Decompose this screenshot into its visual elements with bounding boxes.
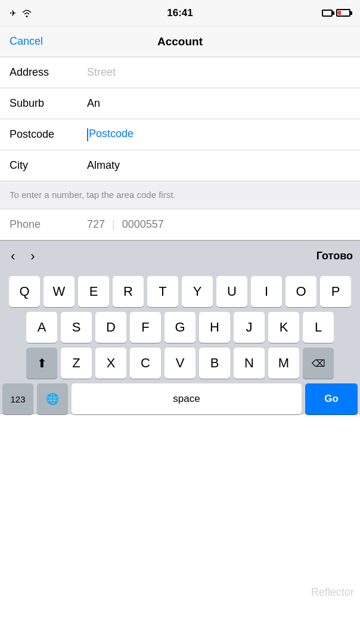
phone-separator: | <box>105 218 122 231</box>
keyboard-toolbar: ‹ › Готово <box>0 240 360 271</box>
key-k[interactable]: K <box>268 312 299 343</box>
key-j[interactable]: J <box>234 312 265 343</box>
shift-key[interactable]: ⬆ <box>26 348 57 379</box>
key-x[interactable]: X <box>95 348 126 379</box>
key-i[interactable]: I <box>251 276 282 307</box>
go-key[interactable]: Go <box>305 383 358 414</box>
key-w[interactable]: W <box>44 276 75 307</box>
form-container: Address Street Suburb An Postcode Postco… <box>0 57 360 181</box>
key-a[interactable]: A <box>26 312 57 343</box>
numbers-key[interactable]: 123 <box>2 383 33 414</box>
status-bar: ✈ 16:41 <box>0 0 360 26</box>
cancel-button[interactable]: Cancel <box>10 35 43 48</box>
key-e[interactable]: E <box>78 276 109 307</box>
page-title: Account <box>157 35 203 48</box>
key-f[interactable]: F <box>130 312 161 343</box>
postcode-row[interactable]: Postcode Postcode <box>0 119 360 150</box>
phone-row[interactable]: Phone 727 | 0000557 <box>0 209 360 240</box>
suburb-label: Suburb <box>10 97 87 110</box>
key-s[interactable]: S <box>61 312 92 343</box>
suburb-row[interactable]: Suburb An <box>0 88 360 119</box>
globe-key[interactable]: 🌐 <box>37 383 68 414</box>
backspace-key[interactable]: ⌫ <box>303 348 334 379</box>
key-l[interactable]: L <box>303 312 334 343</box>
phone-area-code[interactable]: 727 <box>87 218 105 231</box>
key-n[interactable]: N <box>234 348 265 379</box>
battery-fill <box>338 11 341 15</box>
keyboard-row-1: Q W E R T Y U I O P <box>2 276 358 307</box>
toolbar-nav: ‹ › <box>7 246 39 267</box>
address-row[interactable]: Address Street <box>0 57 360 88</box>
city-row[interactable]: City Almaty <box>0 150 360 181</box>
key-z[interactable]: Z <box>61 348 92 379</box>
key-d[interactable]: D <box>95 312 126 343</box>
postcode-label: Postcode <box>10 128 87 141</box>
toolbar-done-button[interactable]: Готово <box>316 250 353 262</box>
info-text: To enter a number, tap the area code fir… <box>10 190 176 200</box>
key-m[interactable]: M <box>268 348 299 379</box>
keyboard-row-3: ⬆ Z X C V B N M ⌫ <box>2 348 358 379</box>
city-label: City <box>10 159 87 172</box>
space-key[interactable]: space <box>72 383 302 414</box>
key-h[interactable]: H <box>199 312 230 343</box>
key-c[interactable]: C <box>130 348 161 379</box>
battery-icon <box>336 9 350 17</box>
status-left-icons: ✈ <box>10 8 32 18</box>
toolbar-prev-button[interactable]: ‹ <box>7 246 18 267</box>
toolbar-next-button[interactable]: › <box>27 246 38 267</box>
wifi-icon <box>21 9 32 17</box>
keyboard-row-4: 123 🌐 space Go <box>2 383 358 414</box>
key-b[interactable]: B <box>199 348 230 379</box>
info-section: To enter a number, tap the area code fir… <box>0 181 360 209</box>
key-y[interactable]: Y <box>182 276 213 307</box>
reflector-watermark: Reflector <box>305 584 360 601</box>
key-p[interactable]: P <box>320 276 351 307</box>
status-right-icons <box>322 9 350 17</box>
nav-bar: Cancel Account <box>0 26 360 57</box>
key-g[interactable]: G <box>165 312 195 343</box>
city-value[interactable]: Almaty <box>87 159 350 172</box>
key-o[interactable]: O <box>285 276 316 307</box>
status-time: 16:41 <box>167 7 193 19</box>
key-u[interactable]: U <box>216 276 247 307</box>
key-r[interactable]: R <box>113 276 144 307</box>
key-t[interactable]: T <box>147 276 178 307</box>
address-value[interactable]: Street <box>87 66 350 79</box>
phone-label: Phone <box>10 218 87 231</box>
keyboard-row-2: A S D F G H J K L <box>2 312 358 343</box>
airplane-icon: ✈ <box>10 8 17 18</box>
key-v[interactable]: V <box>165 348 195 379</box>
key-q[interactable]: Q <box>9 276 40 307</box>
screen-icon <box>322 10 333 17</box>
suburb-value[interactable]: An <box>87 97 350 110</box>
postcode-value[interactable]: Postcode <box>87 128 350 141</box>
address-label: Address <box>10 66 87 79</box>
keyboard: Q W E R T Y U I O P A S D F G H J K L ⬆ … <box>0 271 360 414</box>
phone-number[interactable]: 0000557 <box>122 218 164 231</box>
